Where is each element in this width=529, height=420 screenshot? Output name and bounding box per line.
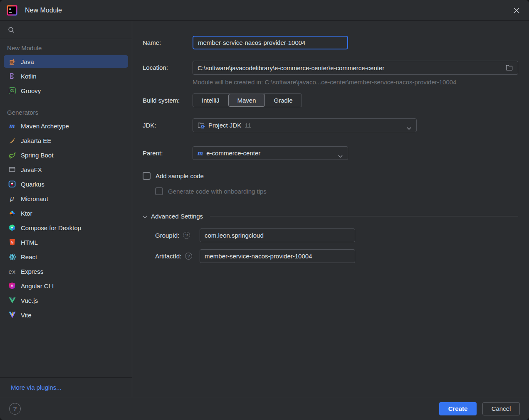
html5-icon: 5 [8, 238, 16, 246]
groupid-label: GroupId: [155, 232, 179, 239]
sidebar-item-micronaut[interactable]: μ Micronaut [4, 192, 128, 205]
name-input[interactable] [193, 36, 348, 49]
sidebar-item-spring-boot[interactable]: Spring Boot [4, 149, 128, 161]
build-system-option-intellij[interactable]: IntelliJ [193, 94, 228, 107]
sidebar-item-jakarta-ee[interactable]: Jakarta EE [4, 134, 128, 147]
svg-text:A: A [11, 283, 14, 288]
angular-icon: A [8, 282, 16, 290]
sidebar-item-quarkus[interactable]: Quarkus [4, 178, 128, 190]
add-sample-code-checkbox[interactable] [143, 172, 151, 180]
sidebar-nav: New Module Java [0, 39, 132, 377]
sidebar-item-label: Java [21, 58, 34, 65]
sidebar-item-kotlin[interactable]: Kotlin [4, 70, 128, 82]
spring-boot-icon [8, 151, 16, 159]
section-header-new-module: New Module [4, 39, 128, 55]
sidebar-item-label: Spring Boot [21, 152, 53, 159]
chevron-down-icon [407, 124, 411, 131]
jdk-version: 11 [245, 122, 251, 129]
vite-icon [8, 311, 16, 319]
ktor-icon [8, 209, 16, 217]
advanced-settings-title: Advanced Settings [151, 213, 203, 220]
section-header-generators: Generators [4, 99, 128, 120]
build-system-option-maven[interactable]: Maven [228, 94, 265, 107]
parent-value: e-commerce-center [206, 150, 260, 157]
sidebar-item-express[interactable]: ex Express [4, 265, 128, 278]
sidebar-item-label: Micronaut [21, 195, 48, 202]
module-form: Name: Location: Module will be created i… [132, 21, 529, 397]
titlebar: IJ New Module [0, 0, 529, 21]
sidebar-item-compose-for-desktop[interactable]: Compose for Desktop [4, 221, 128, 234]
onboarding-tips-checkbox [155, 187, 163, 195]
sidebar-item-label: Express [21, 268, 43, 275]
svg-text:IJ: IJ [9, 7, 11, 10]
help-icon[interactable]: ? [9, 403, 21, 415]
sidebar-item-label: React [21, 253, 37, 260]
parent-label: Parent: [143, 146, 163, 160]
groupid-input[interactable] [200, 228, 355, 242]
groupid-label-row: GroupId: ? [155, 228, 190, 242]
groupid-help-icon[interactable]: ? [183, 232, 190, 239]
dialog-title: New Module [25, 7, 62, 14]
sidebar-item-label: Ktor [21, 210, 32, 217]
jdk-label: JDK: [143, 118, 156, 132]
location-input[interactable] [193, 61, 518, 75]
sidebar-item-label: JavaFX [21, 166, 42, 173]
maven-icon: m [8, 122, 16, 130]
sidebar-item-label: HTML [21, 239, 38, 246]
add-sample-code-row[interactable]: Add sample code [143, 172, 204, 180]
quarkus-icon [8, 180, 16, 188]
browse-folder-icon[interactable] [506, 64, 513, 72]
artifactid-input[interactable] [200, 249, 355, 263]
jdk-select[interactable]: Project JDK 11 [193, 118, 417, 132]
location-label: Location: [143, 61, 168, 74]
artifactid-help-icon[interactable]: ? [185, 253, 192, 260]
search-icon [7, 26, 15, 34]
cancel-button[interactable]: Cancel [482, 402, 520, 415]
divider [210, 216, 518, 216]
sidebar-item-label: Vite [21, 312, 32, 319]
sidebar-item-label: Angular CLI [21, 282, 54, 290]
sidebar-item-label: Kotlin [21, 73, 37, 80]
compose-icon [8, 224, 16, 232]
advanced-settings-header[interactable]: Advanced Settings [143, 213, 518, 220]
kotlin-icon [8, 72, 16, 80]
express-icon: ex [8, 267, 16, 275]
sidebar-item-angular-cli[interactable]: A Angular CLI [4, 280, 128, 292]
chevron-down-icon [338, 152, 343, 159]
sidebar-item-label: Quarkus [21, 181, 44, 188]
sidebar-item-groovy[interactable]: G Groovy [4, 84, 128, 97]
sidebar-item-javafx[interactable]: JavaFX [4, 163, 128, 176]
sidebar-item-java[interactable]: Java [4, 55, 128, 68]
sidebar-item-vite[interactable]: Vite [4, 309, 128, 321]
sidebar-item-html[interactable]: 5 HTML [4, 236, 128, 248]
sidebar-item-label: Vue.js [21, 297, 38, 304]
intellij-logo-icon: IJ [7, 5, 17, 16]
groovy-icon: G [8, 86, 16, 95]
sidebar-item-maven-archetype[interactable]: m Maven Archetype [4, 120, 128, 132]
javafx-icon [8, 165, 16, 174]
maven-module-icon: m [198, 149, 203, 157]
parent-select[interactable]: m e-commerce-center [193, 146, 348, 160]
java-icon [8, 57, 16, 66]
more-via-plugins-link[interactable]: More via plugins... [11, 384, 62, 391]
artifactid-label-row: ArtifactId: ? [155, 249, 192, 263]
create-button[interactable]: Create [439, 402, 477, 415]
search-bar[interactable] [0, 21, 132, 39]
sidebar: New Module Java [0, 21, 132, 397]
dialog-footer: ? Create Cancel [0, 397, 529, 420]
name-label: Name: [143, 36, 161, 49]
jdk-value: Project JDK [208, 122, 241, 129]
onboarding-tips-row: Generate code with onboarding tips [155, 187, 267, 195]
sidebar-item-react[interactable]: React [4, 251, 128, 263]
location-hint: Module will be created in: C:\software\j… [193, 79, 456, 86]
sidebar-item-ktor[interactable]: Ktor [4, 207, 128, 219]
close-icon[interactable] [511, 5, 522, 16]
sidebar-item-vuejs[interactable]: Vue.js [4, 294, 128, 307]
build-system-option-gradle[interactable]: Gradle [265, 94, 302, 107]
micronaut-icon: μ [8, 194, 16, 203]
onboarding-tips-label: Generate code with onboarding tips [168, 188, 267, 195]
react-icon [8, 253, 16, 261]
plugins-footer: More via plugins... [0, 377, 132, 397]
sidebar-item-label: Compose for Desktop [21, 224, 81, 231]
sidebar-item-label: Maven Archetype [21, 123, 69, 130]
